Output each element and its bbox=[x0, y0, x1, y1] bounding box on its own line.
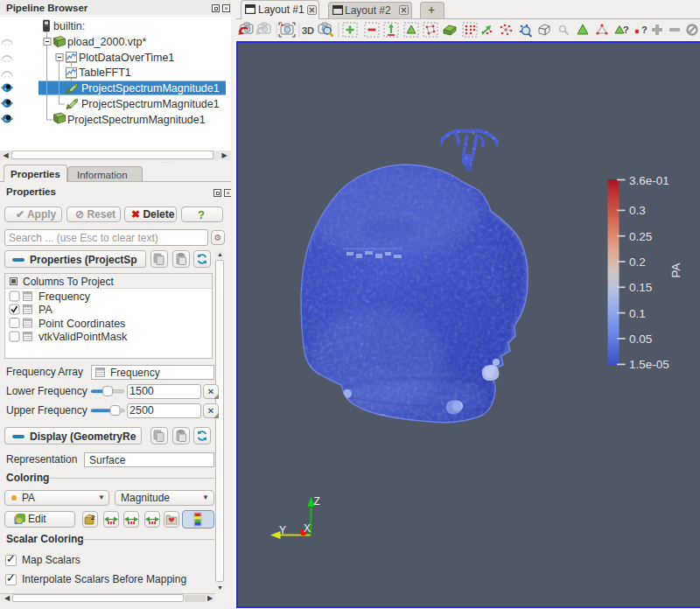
svg-text:Point Coordinates: Point Coordinates bbox=[38, 318, 125, 330]
svg-text:ProjectSpectrumMagnitude1: ProjectSpectrumMagnitude1 bbox=[67, 114, 206, 126]
svg-text:1.5e-05: 1.5e-05 bbox=[629, 358, 669, 371]
svg-text:3D: 3D bbox=[302, 25, 314, 36]
svg-text:builtin:: builtin: bbox=[53, 20, 85, 32]
svg-text:PA: PA bbox=[669, 262, 682, 277]
svg-text:0.15: 0.15 bbox=[629, 281, 652, 294]
svg-text:Frequency: Frequency bbox=[38, 290, 91, 303]
svg-text:0.1: 0.1 bbox=[629, 307, 646, 320]
svg-text:0.3: 0.3 bbox=[629, 204, 646, 217]
svg-text:Z: Z bbox=[314, 495, 320, 508]
svg-text:PA: PA bbox=[38, 304, 52, 316]
svg-text:ProjectSpectrumMagnitude1: ProjectSpectrumMagnitude1 bbox=[81, 98, 220, 110]
svg-text:0.2: 0.2 bbox=[629, 256, 646, 269]
svg-text:2: 2 bbox=[91, 514, 95, 522]
svg-text:ProjectSpectrumMagnitude1: ProjectSpectrumMagnitude1 bbox=[81, 82, 220, 94]
svg-text:0.05: 0.05 bbox=[629, 332, 652, 346]
svg-text:0.25: 0.25 bbox=[629, 230, 652, 243]
svg-text:pload_2000.vtp*: pload_2000.vtp* bbox=[67, 36, 146, 48]
svg-text:X: X bbox=[304, 522, 311, 535]
svg-text:PlotDataOverTime1: PlotDataOverTime1 bbox=[79, 52, 174, 64]
svg-text:3.6e-01: 3.6e-01 bbox=[629, 174, 669, 187]
svg-text:vtkValidPointMask: vtkValidPointMask bbox=[38, 331, 128, 343]
svg-text:TableFFT1: TableFFT1 bbox=[79, 66, 131, 79]
svg-text:Y: Y bbox=[279, 524, 286, 536]
